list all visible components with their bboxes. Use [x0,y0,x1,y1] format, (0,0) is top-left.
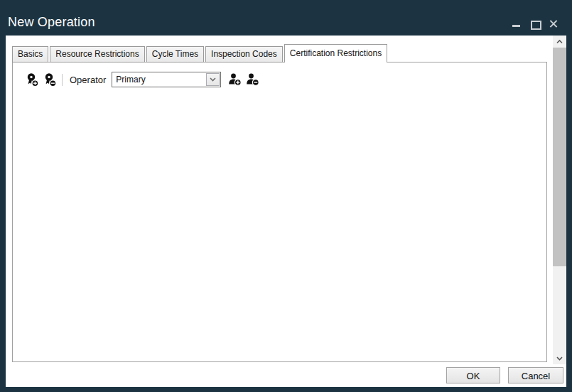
chevron-down-icon [556,356,563,361]
add-operator-button[interactable] [227,72,242,87]
title-bar[interactable]: New Operation [0,0,572,36]
operator-selected-value: Primary [116,72,145,87]
add-operator-icon [228,72,242,87]
close-icon[interactable] [549,19,558,28]
dialog-content: Basics Resource Restrictions Cycle Times… [6,36,566,387]
new-operation-dialog: New Operation Basics Resource Restrictio… [0,0,572,392]
window-controls [512,18,558,28]
remove-certification-button[interactable] [43,72,57,87]
remove-operator-button[interactable] [245,72,259,87]
operator-label: Operator [70,75,106,85]
certification-restrictions-panel: Operator Primary [12,62,547,362]
maximize-icon[interactable] [530,19,539,28]
vertical-scrollbar[interactable] [553,36,566,364]
window-title: New Operation [8,15,95,30]
cancel-button[interactable]: Cancel [508,367,563,383]
toolbar: Operator Primary [25,71,263,88]
add-certification-button[interactable] [25,72,39,87]
tab-basics[interactable]: Basics [12,46,48,62]
scrollbar-thumb[interactable] [553,48,566,266]
chevron-down-icon[interactable] [206,73,220,86]
remove-certification-icon [43,72,57,87]
toolbar-separator [62,74,63,86]
operator-combobox[interactable]: Primary [112,72,221,87]
tab-cycle-times[interactable]: Cycle Times [146,46,204,62]
minimize-icon[interactable] [512,19,521,28]
scroll-up-button[interactable] [553,36,566,48]
tab-inspection-codes[interactable]: Inspection Codes [205,46,283,62]
tab-resource-restrictions[interactable]: Resource Restrictions [50,46,144,62]
tab-certification-restrictions[interactable]: Certification Restrictions [284,44,387,62]
remove-operator-icon [246,72,259,87]
scroll-down-button[interactable] [553,352,566,364]
chevron-up-icon [556,40,563,44]
ok-button[interactable]: OK [446,367,500,383]
tab-strip: Basics Resource Restrictions Cycle Times… [12,44,389,62]
add-certification-icon [26,72,39,87]
